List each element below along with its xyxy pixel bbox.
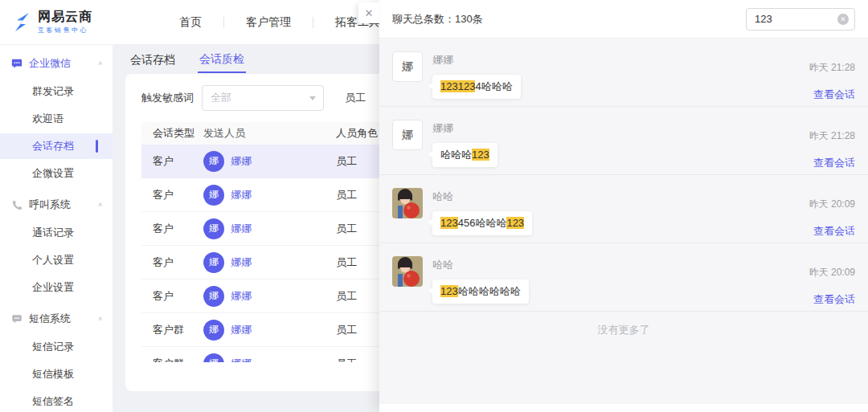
sensitive-word-label: 触发敏感词: [141, 91, 194, 105]
avatar: 娜: [203, 151, 224, 172]
sensitive-word-select-value: 全部: [211, 91, 231, 105]
chat-item-meta: 昨天 21:28查看会话: [809, 120, 855, 174]
avatar: 娜: [392, 120, 423, 150]
highlighted-keyword: 123: [506, 217, 524, 229]
sms-icon: [11, 313, 23, 324]
cell-conversation-type: 客户群: [141, 323, 203, 337]
chevron-down-icon: [309, 96, 316, 100]
cell-sender: 娜娜娜: [203, 185, 336, 206]
logo: 网易云商 互客销售中心: [0, 0, 113, 45]
nav-item-客户管理[interactable]: 客户管理: [224, 15, 313, 30]
close-panel-button[interactable]: ✕: [358, 2, 379, 23]
chat-sender-name: 娜娜: [432, 121, 497, 136]
sidebar-group: 短信系统∧短信记录短信模板短信签名: [0, 305, 113, 412]
chevron-up-icon: ∧: [97, 60, 103, 67]
chat-total-count: 聊天总条数：130条: [392, 12, 483, 27]
no-more-text: 没有更多了: [379, 312, 868, 337]
col-sender: 发送人员: [203, 126, 336, 141]
highlighted-keyword: 123: [440, 80, 458, 92]
cell-conversation-type: 客户: [141, 222, 203, 236]
cell-conversation-type: 客户群: [141, 357, 203, 363]
avatar: 娜: [203, 218, 224, 239]
clear-search-icon[interactable]: ✕: [837, 14, 849, 25]
avatar: 娜: [392, 51, 423, 82]
highlighted-keyword: 123: [440, 285, 458, 297]
highlighted-keyword: 123: [440, 217, 458, 229]
sidebar-item-欢迎语[interactable]: 欢迎语: [0, 106, 113, 132]
sidebar-group-0[interactable]: 企业微信∧: [0, 50, 113, 77]
sidebar-item-通话记录[interactable]: 通话记录: [0, 220, 113, 246]
chat-time: 昨天 20:09: [809, 266, 855, 279]
view-conversation-link[interactable]: 查看会话: [809, 292, 855, 307]
cell-conversation-type: 客户: [141, 255, 203, 270]
message-text: 哈哈哈: [440, 149, 472, 161]
chat-message-bubble: 1231234哈哈哈: [432, 75, 521, 99]
sender-name: 娜娜: [231, 255, 252, 270]
view-conversation-link[interactable]: 查看会话: [809, 88, 855, 102]
chat-time: 昨天 21:28: [809, 129, 855, 143]
logo-title: 网易云商: [38, 10, 92, 24]
sidebar-item-企微设置[interactable]: 企微设置: [0, 161, 113, 186]
col-conversation-type: 会话类型: [141, 126, 203, 141]
sensitive-word-select[interactable]: 全部: [202, 85, 324, 111]
avatar-photo: [392, 188, 423, 218]
close-icon: ✕: [365, 7, 374, 19]
sidebar: 网易云商 互客销售中心 企业微信∧群发记录欢迎语会话存档企微设置呼叫系统∧通话记…: [0, 0, 113, 412]
sidebar-group-label: 短信系统: [29, 312, 71, 326]
chat-result-list: 娜娜娜1231234哈哈哈昨天 21:28查看会话娜娜娜哈哈哈123昨天 21:…: [379, 39, 868, 312]
tab-会话质检[interactable]: 会话质检: [198, 47, 246, 73]
avatar: 娜: [203, 320, 224, 341]
sidebar-item-群发记录[interactable]: 群发记录: [0, 79, 113, 104]
sidebar-menu: 企业微信∧群发记录欢迎语会话存档企微设置呼叫系统∧通话记录个人设置企业设置短信系…: [0, 50, 113, 412]
sender-name: 娜娜: [231, 323, 252, 337]
cell-sender: 娜娜娜: [203, 218, 336, 239]
chat-item-meta: 昨天 20:09查看会话: [809, 256, 855, 311]
chat-result-item[interactable]: 娜娜娜1231234哈哈哈昨天 21:28查看会话: [379, 39, 868, 107]
sidebar-item-会话存档[interactable]: 会话存档: [0, 133, 113, 159]
chat-result-item[interactable]: 哈哈123456哈哈哈123昨天 20:09查看会话: [379, 175, 868, 243]
sidebar-group: 呼叫系统∧通话记录个人设置企业设置: [0, 191, 113, 300]
cell-sender: 娜娜娜: [203, 286, 336, 307]
chat-item-body: 娜娜哈哈哈123: [432, 120, 497, 174]
sidebar-item-短信记录[interactable]: 短信记录: [0, 334, 113, 360]
chat-item-body: 哈哈123456哈哈哈123: [432, 188, 532, 243]
cell-conversation-type: 客户: [141, 289, 203, 304]
avatar: 娜: [203, 252, 224, 273]
staff-label: 员工: [345, 91, 366, 105]
chat-time: 昨天 20:09: [809, 198, 855, 211]
chat-item-body: 哈哈123哈哈哈哈哈哈: [432, 256, 529, 311]
view-conversation-link[interactable]: 查看会话: [809, 156, 855, 170]
sidebar-item-个人设置[interactable]: 个人设置: [0, 247, 113, 273]
chat-sender-name: 哈哈: [432, 190, 532, 204]
chat-result-item[interactable]: 娜娜娜哈哈哈123昨天 21:28查看会话: [379, 107, 868, 175]
chevron-up-icon: ∧: [97, 316, 103, 322]
sidebar-item-短信模板[interactable]: 短信模板: [0, 361, 113, 387]
view-conversation-link[interactable]: 查看会话: [809, 224, 855, 239]
sidebar-item-企业设置[interactable]: 企业设置: [0, 275, 113, 300]
cell-sender: 娜娜娜: [203, 151, 336, 172]
sender-name: 娜娜: [231, 188, 252, 202]
message-text: 456哈哈哈: [458, 217, 507, 229]
chevron-up-icon: ∧: [97, 202, 103, 208]
chat-item-meta: 昨天 20:09查看会话: [809, 188, 855, 243]
sidebar-group-label: 呼叫系统: [29, 198, 71, 212]
cell-sender: 娜娜娜: [203, 252, 336, 273]
nav-item-首页[interactable]: 首页: [158, 15, 223, 30]
message-text: 4哈哈哈: [475, 80, 512, 92]
sidebar-group-1[interactable]: 呼叫系统∧: [0, 191, 113, 218]
wechat-icon: [11, 58, 23, 69]
chat-sender-name: 娜娜: [432, 53, 521, 67]
netease-logo-icon: [11, 12, 32, 33]
message-text: 哈哈哈哈哈哈: [458, 285, 521, 297]
chat-message-bubble: 123哈哈哈哈哈哈: [432, 279, 529, 304]
cell-conversation-type: 客户: [141, 188, 203, 202]
tab-会话存档[interactable]: 会话存档: [129, 48, 177, 72]
app-root: 网易云商 互客销售中心 企业微信∧群发记录欢迎语会话存档企微设置呼叫系统∧通话记…: [0, 0, 868, 412]
chat-result-item[interactable]: 哈哈123哈哈哈哈哈哈昨天 20:09查看会话: [379, 243, 868, 312]
chat-message-bubble: 哈哈哈123: [432, 143, 497, 167]
sidebar-group-2[interactable]: 短信系统∧: [0, 305, 113, 332]
chat-item-body: 娜娜1231234哈哈哈: [432, 51, 521, 106]
chat-sender-name: 哈哈: [432, 258, 529, 272]
avatar: 娜: [203, 286, 224, 307]
sidebar-item-短信签名[interactable]: 短信签名: [0, 389, 113, 412]
